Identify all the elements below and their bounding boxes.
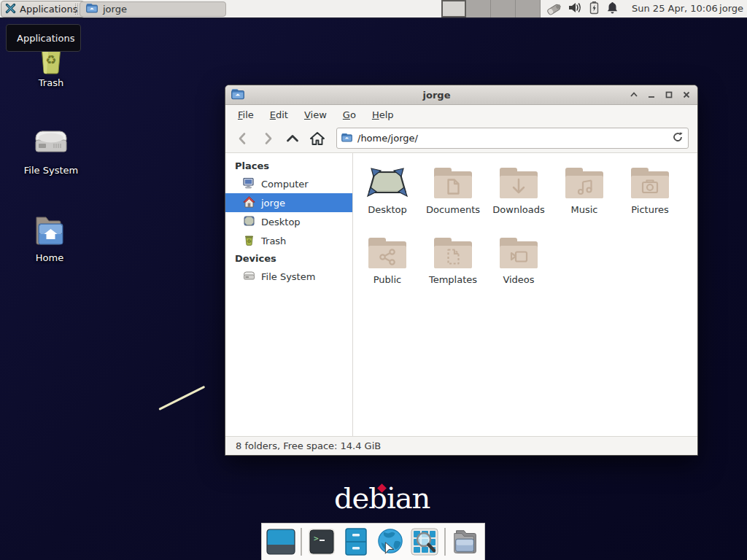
show-desktop-icon[interactable]: [266, 526, 295, 557]
xfce-menu-icon: [5, 3, 16, 16]
folder-contents-view[interactable]: Desktop Documents: [353, 153, 697, 436]
svg-text:♻: ♻: [247, 238, 252, 244]
file-pictures[interactable]: Pictures: [617, 166, 683, 236]
taskbar-window-label: jorge: [103, 4, 127, 15]
file-desktop[interactable]: Desktop: [355, 166, 420, 236]
desktop-icon-label: Home: [6, 252, 93, 263]
dock-separator: [444, 528, 446, 556]
location-path[interactable]: /home/jorge/: [357, 133, 667, 144]
system-tray: [546, 0, 619, 18]
debian-logo: debian: [334, 481, 430, 515]
desktop-icon-label: File System: [7, 165, 95, 176]
titlebar[interactable]: jorge: [225, 85, 697, 105]
desktop: Applications jorge: [0, 0, 747, 560]
clock[interactable]: Sun 25 Apr, 10:06: [632, 0, 718, 18]
window-title: jorge: [244, 90, 629, 101]
folder-templates-icon: [433, 236, 473, 271]
file-manager-folder-icon[interactable]: [451, 526, 480, 557]
battery-charging-icon[interactable]: [589, 1, 600, 17]
top-panel: Applications jorge: [0, 0, 747, 19]
sidebar-item-desktop[interactable]: Desktop: [225, 212, 352, 231]
home-folder-icon: [31, 213, 69, 249]
status-bar: 8 folders, Free space: 14.4 GiB: [225, 436, 697, 455]
sidebar-item-jorge[interactable]: jorge: [225, 193, 352, 212]
desktop-icon-home[interactable]: Home: [6, 213, 93, 263]
folder-window-icon: [86, 3, 98, 15]
panel-grip[interactable]: [75, 4, 78, 15]
file-public[interactable]: Public: [355, 236, 420, 306]
web-browser-icon[interactable]: [376, 526, 405, 557]
file-name: Templates: [429, 274, 477, 285]
file-cabinet-icon[interactable]: [341, 526, 371, 557]
menu-view[interactable]: View: [298, 107, 333, 122]
sidebar-item-file-system[interactable]: File System: [225, 267, 352, 286]
applications-tooltip: Applications: [6, 24, 81, 52]
file-name: Pictures: [631, 204, 668, 215]
menubar: File Edit View Go Help: [225, 105, 697, 124]
dock-panel: >: [261, 523, 485, 560]
file-documents[interactable]: Documents: [420, 166, 486, 236]
sidebar-item-label: Computer: [261, 179, 309, 190]
file-name: Videos: [503, 274, 534, 285]
home-icon: [243, 196, 255, 210]
window-folder-icon: [231, 88, 244, 102]
application-finder-icon[interactable]: [410, 526, 439, 557]
maximize-icon[interactable]: [664, 90, 674, 100]
reload-icon[interactable]: [672, 131, 684, 145]
svg-text:♻: ♻: [45, 52, 56, 67]
file-templates[interactable]: Templates: [420, 236, 486, 306]
file-name: Public: [374, 274, 401, 285]
dock-separator: [301, 528, 302, 556]
workspace-3[interactable]: [491, 0, 516, 18]
menu-file[interactable]: File: [231, 107, 260, 122]
workspace-1[interactable]: [441, 0, 466, 18]
sidebar-item-label: Desktop: [261, 217, 301, 228]
close-icon[interactable]: [681, 90, 692, 100]
sidebar-item-label: Trash: [261, 236, 286, 246]
file-downloads[interactable]: Downloads: [486, 166, 551, 236]
taskbar-window-button[interactable]: jorge: [80, 1, 226, 17]
sidebar-item-computer[interactable]: Computer: [225, 174, 352, 193]
desktop-icon-label: Trash: [7, 77, 95, 88]
sidebar-item-label: jorge: [261, 198, 285, 209]
desktop-icon-file-system[interactable]: File System: [7, 125, 95, 176]
file-name: Music: [571, 204, 598, 215]
tablet-tool-icon[interactable]: [546, 1, 562, 18]
forward-icon[interactable]: [258, 128, 278, 149]
panel-username[interactable]: jorge: [719, 0, 743, 18]
back-icon[interactable]: [233, 128, 253, 149]
menu-edit[interactable]: Edit: [263, 107, 295, 122]
path-folder-icon: [341, 133, 352, 144]
notifications-bell-icon[interactable]: [606, 1, 619, 17]
applications-menu-button[interactable]: Applications: [1, 1, 85, 18]
file-name: Downloads: [492, 204, 544, 215]
computer-icon: [243, 177, 255, 191]
minimize-icon[interactable]: [646, 90, 657, 100]
file-videos[interactable]: Videos: [486, 236, 551, 306]
volume-icon[interactable]: [568, 1, 582, 16]
file-name: Documents: [426, 204, 480, 215]
file-manager-window: jorge File Edit View Go Help: [225, 85, 698, 456]
sidebar-item-trash[interactable]: ♻ Trash: [225, 231, 352, 250]
folder-public-icon: [367, 236, 408, 271]
file-music[interactable]: Music: [551, 166, 617, 236]
folder-downloads-icon: [498, 166, 539, 201]
home-icon[interactable]: [307, 128, 328, 149]
menu-go[interactable]: Go: [336, 107, 363, 122]
location-bar[interactable]: /home/jorge/: [336, 128, 689, 149]
up-icon[interactable]: [282, 128, 303, 149]
sidebar-header-places: Places: [225, 158, 352, 174]
file-name: Desktop: [368, 204, 407, 215]
tooltip-text: Applications: [17, 33, 74, 44]
terminal-icon[interactable]: >: [307, 526, 336, 557]
folder-pictures-icon: [630, 166, 670, 201]
rollup-icon[interactable]: [629, 90, 639, 100]
folder-documents-icon: [433, 166, 473, 201]
desktop-small-icon: [243, 215, 255, 229]
workspace-2[interactable]: [466, 0, 491, 18]
menu-help[interactable]: Help: [365, 107, 400, 122]
toolbar: /home/jorge/: [225, 124, 697, 153]
workspace-4[interactable]: [516, 0, 541, 18]
workspace-switcher[interactable]: [441, 0, 541, 19]
folder-music-icon: [564, 166, 605, 201]
